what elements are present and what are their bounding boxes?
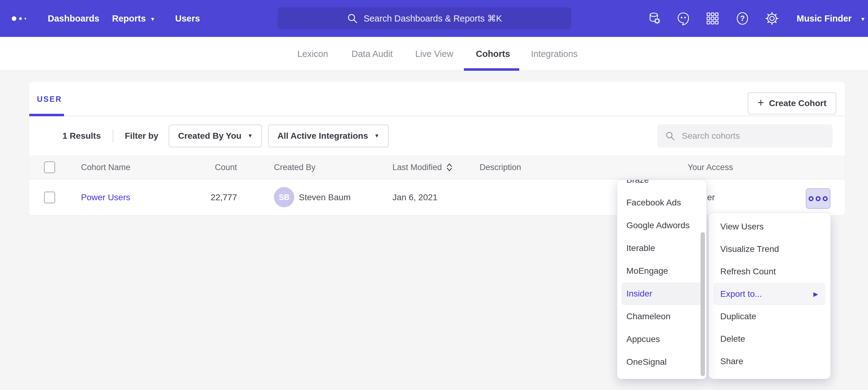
menu-item-braze[interactable]: Braze — [617, 180, 706, 191]
more-dots-icon — [816, 196, 820, 201]
top-navigation-bar: Dashboards Reports▼ Users Search Dashboa… — [0, 0, 868, 37]
cohort-actions-menu: View Users Visualize Trend Refresh Count… — [709, 213, 831, 379]
table-row: Power Users 22,777 SB Steven Baum Jan 6,… — [29, 179, 845, 215]
tab-user-cohorts[interactable]: USER — [37, 82, 62, 116]
menu-item-view-users[interactable]: View Users — [709, 215, 831, 238]
tab-data-audit[interactable]: Data Audit — [351, 37, 393, 71]
export-to-label: Export to... — [720, 289, 762, 299]
cohort-count: 22,777 — [183, 179, 237, 215]
created-by-name: Steven Baum — [299, 179, 350, 215]
last-modified-date: Jan 6, 2021 — [393, 179, 437, 215]
menu-item-duplicate[interactable]: Duplicate — [709, 305, 831, 328]
global-search-placeholder: Search Dashboards & Reports ⌘K — [364, 13, 502, 24]
mixpanel-logo[interactable] — [12, 0, 26, 37]
tab-lexicon[interactable]: Lexicon — [297, 37, 328, 71]
column-created-by[interactable]: Created By — [274, 155, 315, 179]
nav-reports-label: Reports — [112, 13, 146, 23]
data-management-icon[interactable] — [648, 12, 661, 25]
tab-live-view[interactable]: Live View — [415, 37, 454, 71]
menu-item-appcues[interactable]: Appcues — [617, 328, 706, 351]
global-search-button[interactable]: Search Dashboards & Reports ⌘K — [278, 7, 571, 30]
export-integrations-menu: Braze Facebook Ads Google Adwords Iterab… — [617, 180, 706, 379]
menu-item-share[interactable]: Share — [709, 350, 831, 372]
menu-item-moengage[interactable]: MoEngage — [617, 260, 706, 282]
nav-dashboards-label: Dashboards — [48, 13, 99, 23]
settings-gear-icon[interactable] — [765, 12, 779, 25]
filter-by-label: Filter by — [125, 131, 158, 141]
sort-icon[interactable] — [446, 163, 453, 172]
nav-reports[interactable]: Reports▼ — [112, 0, 155, 37]
chevron-down-icon: ▼ — [247, 133, 253, 139]
logo-dot-medium — [19, 17, 22, 20]
results-count: 1 Results — [62, 131, 101, 141]
tab-integrations[interactable]: Integrations — [531, 37, 578, 71]
nav-users[interactable]: Users — [175, 0, 200, 37]
menu-item-google-adwords[interactable]: Google Adwords — [617, 214, 706, 237]
column-last-modified-label: Last Modified — [393, 155, 442, 179]
cohort-search-box[interactable] — [657, 124, 833, 148]
menu-item-chameleon[interactable]: Chameleon — [617, 305, 706, 328]
cohort-name-link[interactable]: Power Users — [81, 179, 130, 215]
nav-dashboards[interactable]: Dashboards — [48, 0, 99, 37]
nav-users-label: Users — [175, 13, 200, 23]
more-dots-icon — [809, 196, 813, 201]
avatar: SB — [274, 187, 294, 207]
help-icon[interactable]: ? — [736, 12, 749, 25]
project-switcher[interactable]: Music Finder▼ — [797, 0, 866, 37]
chevron-down-icon: ▼ — [860, 16, 866, 22]
create-cohort-button[interactable]: + Create Cohort — [748, 92, 836, 115]
column-last-modified[interactable]: Last Modified — [393, 155, 453, 179]
menu-scrollbar[interactable] — [701, 232, 705, 376]
select-all-checkbox[interactable] — [44, 161, 55, 173]
plus-icon: + — [757, 97, 764, 108]
filter-toolbar: 1 Results Filter by Created By You ▼ All… — [29, 116, 845, 155]
project-name: Music Finder — [797, 13, 852, 23]
menu-item-insider[interactable]: Insider — [621, 282, 702, 305]
cohort-search-input[interactable] — [681, 131, 825, 141]
create-cohort-label: Create Cohort — [769, 98, 827, 108]
chevron-down-icon: ▼ — [374, 133, 379, 139]
chevron-down-icon: ▼ — [150, 16, 155, 22]
search-icon — [347, 13, 358, 24]
search-icon — [665, 130, 675, 141]
created-by-filter-label: Created By You — [178, 131, 241, 141]
created-by-filter[interactable]: Created By You ▼ — [169, 125, 262, 147]
menu-item-onesignal[interactable]: OneSignal — [617, 351, 706, 373]
active-tab-underline — [464, 68, 519, 71]
row-more-actions-button[interactable] — [806, 188, 831, 209]
avatar-initials: SB — [279, 193, 290, 201]
submenu-arrow-icon: ▶ — [813, 290, 818, 298]
user-tab-underline — [29, 114, 64, 116]
integrations-filter-label: All Active Integrations — [277, 131, 368, 141]
menu-item-facebook-ads[interactable]: Facebook Ads — [617, 191, 706, 214]
cohorts-panel: USER + Create Cohort 1 Results Filter by… — [29, 82, 845, 215]
logo-dot-large — [12, 16, 16, 21]
feedback-icon[interactable] — [677, 12, 690, 25]
column-cohort-name[interactable]: Cohort Name — [81, 155, 130, 179]
column-description[interactable]: Description — [479, 155, 521, 179]
menu-item-visualize-trend[interactable]: Visualize Trend — [709, 238, 831, 260]
menu-item-refresh-count[interactable]: Refresh Count — [709, 260, 831, 283]
cohort-type-tabs: USER + Create Cohort — [29, 82, 845, 116]
divider — [113, 129, 113, 143]
menu-item-delete[interactable]: Delete — [709, 328, 831, 350]
menu-item-iterable[interactable]: Iterable — [617, 237, 706, 260]
integrations-filter[interactable]: All Active Integrations ▼ — [268, 125, 389, 147]
row-checkbox[interactable] — [44, 192, 55, 203]
logo-dot-small — [25, 18, 26, 20]
section-tab-bar: Lexicon Data Audit Live View Cohorts Int… — [0, 37, 868, 71]
more-dots-icon — [823, 196, 828, 201]
last-modified-value: Jan 6, 2021 — [393, 179, 437, 215]
tab-cohorts[interactable]: Cohorts — [476, 37, 510, 71]
column-your-access[interactable]: Your Access — [688, 155, 733, 179]
apps-grid-icon[interactable] — [706, 12, 719, 25]
svg-text:?: ? — [740, 14, 745, 23]
column-count[interactable]: Count — [183, 155, 237, 179]
table-header: Cohort Name Count Created By Last Modifi… — [29, 155, 845, 179]
menu-item-export-to[interactable]: Export to... ▶ — [713, 283, 826, 305]
